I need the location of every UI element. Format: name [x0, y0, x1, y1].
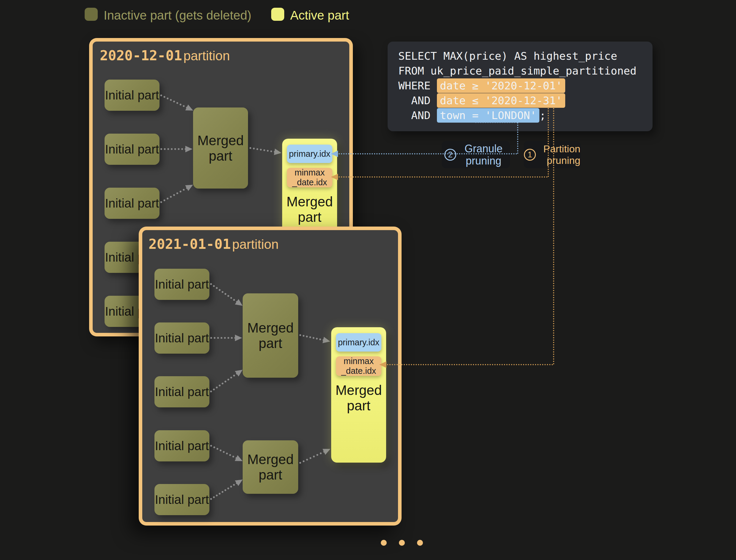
merge-arrow-icon [159, 92, 195, 114]
step-2-icon: 2 [444, 149, 456, 161]
initial-part-label: Initial part [155, 439, 209, 453]
partition-title-word: partition [183, 48, 230, 63]
partition-pruning-connector-line-2 [387, 364, 553, 365]
merge-arrow-icon [299, 331, 331, 345]
step-1-icon: 1 [524, 149, 536, 161]
active-merged-part: primary.idx minmax _date.idx Merged part [331, 327, 386, 463]
merge-arrow-icon [208, 477, 245, 503]
merged-part-box: Merged part [243, 440, 298, 494]
sql-highlight-date-from: date ≥ '2020-12-01' [437, 78, 565, 93]
initial-part-box: Initial part [154, 322, 209, 354]
initial-part-label: Initial part [155, 331, 209, 345]
sql-highlight-date-to: date ≤ '2020-12-31' [437, 93, 565, 108]
initial-part-box: Initial part [105, 134, 159, 165]
granule-pruning-connector-line [517, 122, 518, 154]
initial-part-box: Initial part [154, 484, 209, 515]
sql-semicolon: ; [539, 109, 546, 121]
legend-active-label: Active part [290, 8, 349, 23]
partition-date: 2020-12-01 [100, 48, 182, 64]
partition-pruning-label: Partition pruning [538, 143, 580, 166]
initial-part-label: Initial part [155, 385, 209, 399]
granule-pruning-arrowhead-icon [331, 151, 338, 157]
primary-idx-chip: primary.idx [336, 333, 382, 352]
partition-date: 2021-01-01 [148, 236, 231, 252]
pagination-dot-2[interactable] [399, 540, 405, 546]
initial-part-box: Initial part [154, 430, 209, 461]
sql-line-select: SELECT MAX(price) AS highest_price [398, 49, 653, 64]
active-merged-part-label: Merged part [282, 194, 337, 225]
partition-2021-01-01: 2021-01-01 partition Initial part Initia… [139, 227, 402, 526]
sql-line-and-date: AND date ≤ '2020-12-31' [398, 93, 653, 108]
sql-query-panel: SELECT MAX(price) AS highest_price FROM … [388, 42, 653, 131]
partition-pruning-connector-line-1 [338, 176, 548, 178]
pagination-dot-1[interactable] [381, 540, 387, 546]
pagination-dot-3[interactable] [417, 540, 423, 546]
initial-part-label: Initial part [155, 493, 209, 507]
merge-arrow-icon [298, 446, 332, 466]
partition-title-word: partition [232, 237, 278, 251]
primary-idx-chip: primary.idx [287, 145, 332, 163]
merged-part-box: Merged part [193, 107, 248, 189]
merge-arrow-icon [209, 442, 244, 464]
partition-pruning-connector-line-2 [553, 108, 554, 365]
active-part-swatch-icon [271, 8, 284, 21]
sql-and-keyword: AND [398, 94, 437, 107]
initial-part-box: Initial part [154, 269, 209, 300]
sql-line-where: WHERE date ≥ '2020-12-01' [398, 78, 653, 93]
minmax-date-idx-chip: minmax _date.idx [336, 356, 382, 376]
partition-pruning-connector-line-1 [548, 108, 549, 177]
granule-pruning-badge: 2 Granule pruning [442, 141, 510, 168]
merge-arrow-icon [208, 281, 244, 309]
partition-pruning-arrowhead-icon [379, 361, 387, 368]
merged-part-label: Merged part [243, 452, 298, 483]
granule-pruning-connector-line [338, 153, 517, 154]
inactive-part-swatch-icon [85, 8, 98, 21]
legend-inactive-label: Inactive part (gets deleted) [104, 8, 251, 23]
initial-part-box: Initial part [105, 80, 159, 111]
merged-part-label: Merged part [243, 320, 298, 351]
active-merged-part-label: Merged part [331, 382, 386, 413]
merged-part-box: Merged part [243, 293, 298, 378]
merge-arrow-icon [159, 182, 194, 206]
merged-part-label: Merged part [193, 133, 248, 164]
partition-pruning-diagram: Inactive part (gets deleted) Active part… [0, 0, 736, 560]
initial-part-label: Initial part [105, 142, 159, 156]
merge-arrow-icon [160, 145, 192, 153]
initial-part-box: Initial part [154, 376, 209, 407]
initial-part-label: Initial part [105, 88, 159, 102]
partition-pruning-badge: 1 Partition pruning [524, 141, 581, 168]
initial-part-label: Initial part [105, 196, 159, 210]
sql-line-from: FROM uk_price_paid_simple_partitioned [398, 64, 653, 78]
granule-pruning-label: Granule pruning [460, 143, 507, 167]
granule-pruning-connector-line [475, 122, 518, 123]
active-merged-part: primary.idx minmax _date.idx Merged part [282, 139, 337, 238]
sql-line-and-town: AND town = 'LONDON'; [398, 108, 653, 123]
partition-pruning-arrowhead-icon [331, 174, 338, 180]
partition-title: 2021-01-01 partition [148, 236, 278, 252]
initial-part-box: Initial part [105, 188, 159, 219]
merge-arrow-icon [249, 144, 282, 156]
sql-highlight-town: town = 'LONDON' [437, 108, 539, 123]
sql-and-keyword: AND [398, 109, 437, 121]
merge-arrow-icon [208, 367, 244, 395]
sql-where-keyword: WHERE [398, 80, 437, 92]
initial-part-label: Initial part [155, 277, 209, 291]
merge-arrow-icon [210, 334, 242, 341]
partition-title: 2020-12-01 partition [100, 48, 230, 64]
minmax-date-idx-chip: minmax _date.idx [287, 168, 332, 187]
